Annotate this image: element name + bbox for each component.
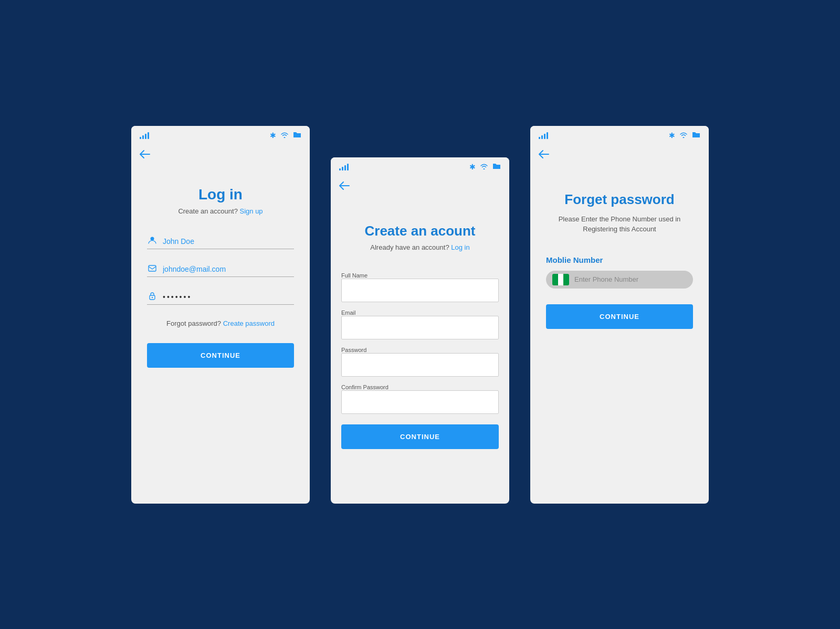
bluetooth-icon-3: ✱ <box>669 131 675 140</box>
login-link[interactable]: Log in <box>451 243 469 251</box>
email-label: Email <box>341 310 499 316</box>
status-icons-2: ✱ <box>469 163 501 171</box>
signal-bar-1 <box>339 168 341 170</box>
password-label: Password <box>341 347 499 353</box>
signal-area-3 <box>539 132 548 139</box>
signal-bars <box>140 132 149 139</box>
back-button[interactable] <box>131 145 310 165</box>
forget-password-screen: ✱ Forget password Please Enter the Phone… <box>530 126 709 504</box>
bluetooth-icon-2: ✱ <box>469 163 476 171</box>
forget-subtitle: Please Enter the Phone Number used in Re… <box>546 214 693 234</box>
signal-bar-1 <box>140 137 141 139</box>
password-group: ••••••• <box>147 292 294 305</box>
form-fields: Full Name Email Password Confirm Passwor… <box>341 272 499 414</box>
signal-area-2 <box>339 163 349 170</box>
user-icon <box>147 236 158 247</box>
svg-point-0 <box>151 237 154 240</box>
confirm-password-input[interactable] <box>341 390 499 414</box>
confirm-password-label: Confirm Password <box>341 384 499 390</box>
email-icon <box>147 264 158 274</box>
login-content: Log in Create an account? Sign up <box>131 165 310 504</box>
folder-icon <box>293 131 301 140</box>
create-title: Create an acount <box>341 223 499 239</box>
mobile-number-label: Moblie Number <box>546 255 693 264</box>
signal-bar-2 <box>342 167 343 170</box>
signup-link[interactable]: Sign up <box>240 207 263 215</box>
status-icons: ✱ <box>270 131 301 140</box>
signal-bar-4 <box>347 164 349 170</box>
phone-input-group <box>546 271 693 289</box>
signal-bar-2 <box>541 135 543 139</box>
flag-stripe-left <box>552 274 558 285</box>
create-subtitle-text: Already have an account? <box>370 243 449 251</box>
email-field-group: Email <box>341 310 499 339</box>
flag-stripe-center <box>558 274 564 285</box>
back-button-3[interactable] <box>530 145 709 165</box>
status-bar-login: ✱ <box>131 126 310 145</box>
confirm-password-field-group: Confirm Password <box>341 384 499 414</box>
signal-bar-3 <box>344 165 346 170</box>
phone-number-input[interactable] <box>574 275 687 283</box>
forget-content: Forget password Please Enter the Phone N… <box>530 165 709 504</box>
password-input-create[interactable] <box>341 353 499 377</box>
nigeria-flag <box>552 274 569 285</box>
login-continue-button[interactable]: CONTINUE <box>147 343 294 368</box>
create-account-screen: ✱ Create an acount Already have an acc <box>331 157 509 504</box>
username-input[interactable] <box>163 236 294 247</box>
forgot-label: Forgot password? <box>166 319 221 327</box>
signal-bar-1 <box>539 137 540 139</box>
login-title: Log in <box>147 186 294 203</box>
username-group <box>147 236 294 249</box>
create-account-content: Create an acount Already have an account… <box>331 197 509 414</box>
signal-bar-4 <box>547 132 548 139</box>
create-subtitle: Already have an account? Log in <box>341 243 499 251</box>
folder-icon-3 <box>692 131 700 140</box>
wifi-icon <box>280 131 289 140</box>
bluetooth-icon: ✱ <box>270 131 276 140</box>
full-name-field-group: Full Name <box>341 272 499 302</box>
signal-bars-2 <box>339 163 349 170</box>
create-continue-row: CONTINUE <box>331 414 509 460</box>
flag-stripe-right <box>563 274 569 285</box>
svg-point-3 <box>152 296 153 297</box>
login-screen: ✱ Log in Create an account? S <box>131 126 310 504</box>
signal-bar-3 <box>145 134 146 139</box>
create-continue-button[interactable]: CONTINUE <box>341 424 499 449</box>
wifi-icon-2 <box>480 163 488 171</box>
signal-area <box>140 132 149 139</box>
signal-bar-3 <box>544 134 545 139</box>
wifi-icon-3 <box>679 131 688 140</box>
status-icons-3: ✱ <box>669 131 700 140</box>
lock-icon <box>147 292 158 302</box>
status-bar-forget: ✱ <box>530 126 709 145</box>
password-dots: ••••••• <box>163 293 192 301</box>
full-name-input[interactable] <box>341 279 499 302</box>
status-bar-create: ✱ <box>331 157 509 176</box>
full-name-label: Full Name <box>341 272 499 279</box>
subtitle-text: Create an account? <box>178 207 237 215</box>
create-password-link[interactable]: Create password <box>223 319 275 327</box>
email-group <box>147 264 294 277</box>
login-subtitle: Create an account? Sign up <box>147 207 294 215</box>
signal-bars-3 <box>539 132 548 139</box>
email-input[interactable] <box>163 264 294 274</box>
signal-bar-2 <box>142 135 144 139</box>
forgot-password-text: Forgot password? Create password <box>147 319 294 327</box>
email-input-create[interactable] <box>341 316 499 339</box>
password-field-group: Password <box>341 347 499 377</box>
forget-continue-button[interactable]: CONTINUE <box>546 304 693 329</box>
forget-title: Forget password <box>546 191 693 208</box>
back-button-2[interactable] <box>331 176 509 197</box>
signal-bar-4 <box>148 132 149 139</box>
svg-rect-1 <box>149 265 156 271</box>
folder-icon-2 <box>492 163 501 171</box>
